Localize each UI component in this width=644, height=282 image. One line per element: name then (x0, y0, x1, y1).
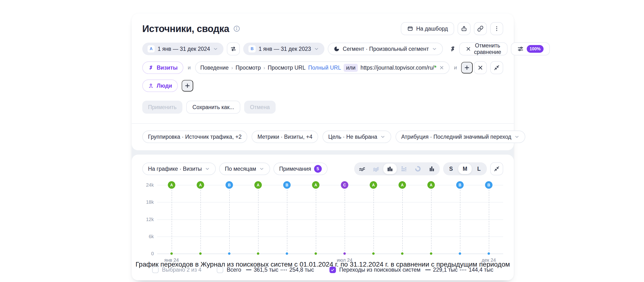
stacked-columns-icon (400, 165, 408, 172)
granularity-label: По месяцам (225, 166, 256, 172)
chart-type-area-button[interactable] (369, 164, 383, 174)
copy-link-button[interactable] (474, 22, 487, 35)
sampling-badge: 100% (527, 45, 544, 53)
report-settings-bar: Группировка · Источник трафика, +2 Метри… (132, 124, 514, 150)
size-l-button[interactable]: L (472, 164, 486, 174)
month-group[interactable]: A (301, 185, 330, 254)
month-group[interactable]: A (244, 185, 272, 254)
baseline-dot (430, 252, 432, 255)
url-value[interactable]: https://journal.topvisor.com/ru/* (360, 65, 436, 71)
month-group[interactable]: A (359, 185, 388, 254)
baseline-dot (488, 252, 490, 255)
person-icon (148, 83, 154, 89)
chart-type-columns-button[interactable] (425, 164, 438, 174)
chart-type-stacked-button[interactable] (397, 164, 411, 174)
month-group[interactable]: B (215, 185, 244, 254)
and-connector: и (187, 65, 192, 71)
chart-type-line-button[interactable] (356, 164, 369, 174)
bar-chart-icon (386, 165, 394, 172)
annotation-marker[interactable]: B (456, 181, 464, 189)
marker-dropline (374, 185, 374, 254)
month-group[interactable]: A (186, 185, 215, 254)
segment-selector[interactable]: Сегмент · Произвольный сегмент (328, 43, 443, 55)
add-people-condition-button[interactable] (182, 80, 193, 91)
size-m-button[interactable]: M (458, 164, 472, 174)
month-group[interactable]: C (330, 185, 359, 254)
chevron-down-icon (514, 134, 520, 139)
metric-segment-button[interactable] (446, 42, 459, 55)
solid-line-icon (246, 269, 251, 270)
chevron-down-icon (314, 46, 319, 52)
url-condition-chip[interactable]: Поведение › Просмотр › Просмотр URL Полн… (195, 61, 450, 74)
save-as-button[interactable]: Сохранить как... (186, 101, 240, 114)
share-icon (461, 26, 467, 32)
baseline-dot (286, 252, 288, 255)
dashed-line-icon (460, 269, 466, 270)
annotation-marker[interactable]: A (197, 181, 204, 189)
info-icon[interactable] (233, 25, 240, 32)
marker-dropline (258, 185, 258, 254)
chart-type-bar-button[interactable] (383, 164, 397, 174)
chart-metric-selector[interactable]: На графике · Визиты (142, 163, 216, 175)
baseline-dot (199, 252, 202, 255)
annotation-marker[interactable]: A (254, 181, 262, 189)
swap-periods-button[interactable] (227, 42, 240, 55)
export-button[interactable] (458, 22, 470, 35)
month-group[interactable]: A (417, 185, 446, 254)
marker-dropline (287, 185, 288, 254)
annotation-marker[interactable]: A (312, 181, 320, 189)
chart-type-pie-button[interactable] (411, 164, 424, 174)
annotation-marker[interactable]: B (226, 181, 233, 189)
dashed-line-icon (281, 269, 287, 270)
baseline-dot (228, 252, 230, 255)
annotation-marker[interactable]: A (399, 181, 406, 189)
collapse-chart-button[interactable] (490, 162, 503, 175)
collapse-filters-button[interactable] (490, 61, 503, 74)
remove-condition-icon[interactable] (439, 65, 444, 70)
operator-token[interactable]: или (344, 64, 358, 72)
annotation-marker[interactable]: C (341, 181, 348, 189)
goal-selector[interactable]: Цель · Не выбрана (322, 130, 391, 143)
page-title: Источники, сводка (142, 23, 229, 34)
apply-button[interactable]: Применить (142, 101, 182, 114)
metrics-selector[interactable]: Метрики · Визиты, +4 (252, 130, 318, 143)
add-condition-button[interactable] (461, 62, 473, 73)
month-group[interactable]: B (474, 185, 503, 254)
metric-s-icon (449, 46, 456, 52)
cancel-compare-label: Отменить сравнение (474, 42, 501, 55)
size-s-button[interactable]: S (444, 164, 458, 174)
to-dashboard-button[interactable]: На дашборд (401, 22, 454, 35)
notes-toggle[interactable]: Примечания 5 (274, 163, 328, 175)
period-b-selector[interactable]: B 1 янв — 31 дек 2023 (243, 43, 324, 55)
marker-dropline (172, 185, 172, 254)
month-group[interactable]: B (272, 185, 301, 254)
sampling-button[interactable]: 100% (511, 42, 550, 55)
grouping-selector[interactable]: Группировка · Источник трафика, +2 (142, 130, 247, 143)
annotation-marker[interactable]: A (168, 181, 176, 189)
month-group[interactable]: A (157, 185, 186, 254)
annotation-marker[interactable]: B (283, 181, 291, 189)
month-group[interactable]: A (388, 185, 417, 254)
y-axis-label: 6k (149, 234, 154, 239)
period-a-selector[interactable]: A 1 янв — 31 дек 2024 (142, 43, 224, 55)
people-chip[interactable]: Люди (142, 79, 178, 92)
annotation-marker[interactable]: B (485, 181, 492, 189)
metric-visits-chip[interactable]: Визиты (142, 61, 183, 74)
cancel-button[interactable]: Отмена (244, 101, 276, 114)
marker-dropline (460, 185, 460, 254)
month-group[interactable]: B (446, 185, 474, 254)
segment-label: Сегмент · Произвольный сегмент (343, 46, 429, 52)
clear-filters-button[interactable] (474, 61, 487, 74)
cancel-compare-button[interactable]: Отменить сравнение (459, 42, 508, 55)
annotation-marker[interactable]: A (370, 181, 377, 189)
chevron-down-icon (213, 46, 218, 52)
match-type-link[interactable]: Полный URL (308, 65, 341, 71)
collapse-icon (494, 166, 500, 172)
filters-card: Источники, сводка На да (132, 14, 514, 123)
annotation-marker[interactable]: A (428, 181, 435, 189)
marker-dropline (200, 185, 201, 254)
period-a-label: 1 янв — 31 дек 2024 (158, 46, 210, 52)
more-menu-button[interactable] (490, 22, 503, 35)
attribution-selector[interactable]: Атрибуция · Последний значимый переход (396, 130, 525, 143)
granularity-selector[interactable]: По месяцам (219, 163, 270, 175)
